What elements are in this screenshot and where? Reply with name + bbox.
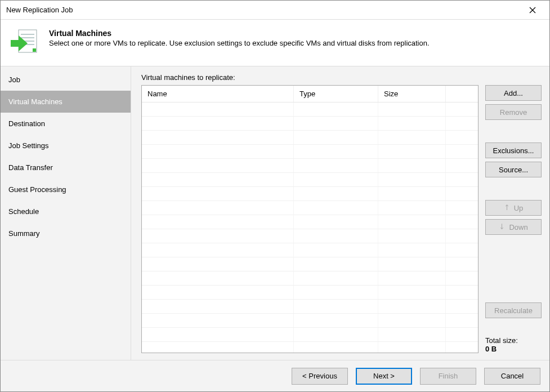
table-cell xyxy=(294,131,378,144)
table-cell xyxy=(446,328,478,341)
table-row[interactable] xyxy=(142,131,478,145)
finish-button-label: Finish xyxy=(439,372,458,380)
table-cell xyxy=(378,201,446,215)
table-cell xyxy=(142,131,294,144)
table-cell xyxy=(378,271,446,285)
table-cell xyxy=(378,117,446,130)
wizard-main: Virtual machines to replicate: Name Type… xyxy=(131,66,549,360)
sidebar-item-data-transfer[interactable]: Data Transfer xyxy=(1,157,131,179)
table-cell xyxy=(294,314,378,327)
table-cell xyxy=(142,187,294,201)
table-cell xyxy=(294,145,378,158)
sidebar-item-destination[interactable]: Destination xyxy=(1,113,131,135)
source-button[interactable]: Source... xyxy=(485,162,542,177)
table-cell xyxy=(294,271,378,285)
table-cell xyxy=(294,229,378,243)
table-cell xyxy=(142,342,294,353)
table-cell xyxy=(446,286,478,299)
svg-rect-7 xyxy=(33,48,36,52)
table-row[interactable] xyxy=(142,229,478,243)
add-button[interactable]: Add... xyxy=(485,85,542,101)
recalculate-button-label: Recalculate xyxy=(494,306,533,315)
sidebar-item-guest-processing[interactable]: Guest Processing xyxy=(1,179,131,201)
wizard-footer: < Previous Next > Finish Cancel xyxy=(1,360,549,391)
table-row[interactable] xyxy=(142,243,478,257)
finish-button[interactable]: Finish xyxy=(420,368,476,385)
table-cell xyxy=(446,103,478,116)
table-cell xyxy=(446,201,478,215)
recalculate-button[interactable]: Recalculate xyxy=(485,302,542,318)
up-button-label: Up xyxy=(514,204,524,212)
table-cell xyxy=(294,201,378,215)
table-row[interactable] xyxy=(142,103,478,117)
table-row[interactable] xyxy=(142,201,478,215)
table-body[interactable] xyxy=(142,103,478,353)
exclusions-button[interactable]: Exclusions... xyxy=(485,142,542,158)
sidebar-item-summary[interactable]: Summary xyxy=(1,222,131,244)
cancel-button[interactable]: Cancel xyxy=(484,368,540,385)
column-header-type[interactable]: Type xyxy=(294,86,378,102)
down-button[interactable]: 🡓 Down xyxy=(485,219,542,235)
vm-table: Name Type Size xyxy=(141,85,479,353)
table-row[interactable] xyxy=(142,257,478,271)
table-cell xyxy=(294,328,378,341)
total-size: Total size: 0 B xyxy=(485,336,542,353)
table-cell xyxy=(142,314,294,327)
titlebar: New Replication Job xyxy=(1,1,549,20)
wizard-header-text: Virtual Machines Select one or more VMs … xyxy=(49,28,430,47)
column-header-name[interactable]: Name xyxy=(142,86,294,102)
table-cell xyxy=(378,342,446,353)
table-row[interactable] xyxy=(142,159,478,173)
table-cell xyxy=(294,286,378,299)
wizard-steps-sidebar: JobVirtual MachinesDestinationJob Settin… xyxy=(1,66,131,360)
table-cell xyxy=(378,187,446,201)
table-cell xyxy=(294,159,378,172)
previous-button[interactable]: < Previous xyxy=(292,368,348,385)
table-cell xyxy=(446,117,478,130)
table-row[interactable] xyxy=(142,215,478,229)
previous-button-label: < Previous xyxy=(302,372,337,380)
table-row[interactable] xyxy=(142,117,478,131)
vm-list-label: Virtual machines to replicate: xyxy=(141,73,542,82)
table-row[interactable] xyxy=(142,314,478,328)
table-row[interactable] xyxy=(142,271,478,286)
next-button[interactable]: Next > xyxy=(356,368,412,385)
sidebar-item-job[interactable]: Job xyxy=(1,69,131,91)
table-cell xyxy=(378,131,446,144)
remove-button[interactable]: Remove xyxy=(485,104,542,120)
wizard-body: JobVirtual MachinesDestinationJob Settin… xyxy=(1,66,549,360)
sidebar-item-schedule[interactable]: Schedule xyxy=(1,201,131,222)
table-cell xyxy=(142,229,294,243)
table-row[interactable] xyxy=(142,342,478,353)
dialog-window: New Replication Job Virtual Machines Sel… xyxy=(0,0,550,392)
table-cell xyxy=(446,187,478,201)
table-row[interactable] xyxy=(142,328,478,342)
table-row[interactable] xyxy=(142,145,478,159)
table-cell xyxy=(446,342,478,353)
table-cell xyxy=(446,243,478,257)
close-button[interactable] xyxy=(521,2,544,19)
table-cell xyxy=(294,173,378,186)
column-header-size[interactable]: Size xyxy=(378,86,446,102)
close-icon xyxy=(529,7,536,14)
source-button-label: Source... xyxy=(499,166,528,174)
table-cell xyxy=(446,145,478,158)
sidebar-item-job-settings[interactable]: Job Settings xyxy=(1,135,131,157)
table-row[interactable] xyxy=(142,286,478,300)
up-button[interactable]: 🡑 Up xyxy=(485,200,542,216)
table-row[interactable] xyxy=(142,187,478,201)
table-header: Name Type Size xyxy=(142,86,478,103)
sidebar-item-virtual-machines[interactable]: Virtual Machines xyxy=(1,91,131,113)
table-row[interactable] xyxy=(142,173,478,187)
table-cell xyxy=(142,173,294,186)
table-cell xyxy=(378,243,446,257)
table-cell xyxy=(142,103,294,116)
table-row[interactable] xyxy=(142,300,478,314)
wizard-subtitle: Select one or more VMs to replicate. Use… xyxy=(49,39,430,47)
cancel-button-label: Cancel xyxy=(501,372,524,380)
table-cell xyxy=(378,229,446,243)
table-cell xyxy=(446,173,478,186)
add-button-label: Add... xyxy=(504,89,523,97)
table-cell xyxy=(142,159,294,172)
table-cell xyxy=(378,103,446,116)
